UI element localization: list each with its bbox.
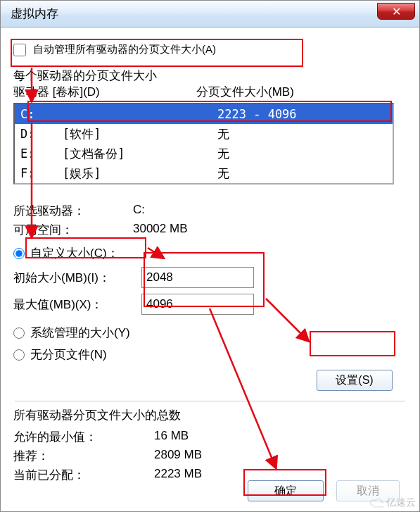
drive-label xyxy=(63,104,217,124)
min-allowed-row: 允许的最小值： 16 MB xyxy=(8,427,412,447)
drive-label: [娱乐] xyxy=(63,163,217,183)
drive-letter: D: xyxy=(20,124,63,144)
custom-size-radio[interactable] xyxy=(13,248,25,259)
set-button-area: 设置(S) xyxy=(8,366,412,391)
current-label: 当前已分配： xyxy=(13,467,154,483)
totals-heading: 所有驱动器分页文件大小的总数 xyxy=(8,407,412,423)
auto-manage-checkbox[interactable] xyxy=(13,44,26,56)
titlebar: 虚拟内存 ✕ xyxy=(1,1,419,27)
drive-row-f[interactable]: F: [娱乐] 无 xyxy=(15,163,393,183)
drive-row-c[interactable]: C: 2223 - 4096 xyxy=(15,104,393,124)
drive-section-heading: 每个驱动器的分页文件大小 xyxy=(8,68,412,84)
drive-label: [文档备份] xyxy=(63,144,217,163)
window-title: 虚拟内存 xyxy=(11,6,58,22)
min-allowed-value: 16 MB xyxy=(154,429,189,445)
no-paging-row[interactable]: 无分页文件(N) xyxy=(8,344,412,366)
free-space-label: 可用空间： xyxy=(13,222,133,238)
drive-row-d[interactable]: D: [软件] 无 xyxy=(15,124,393,144)
ok-button[interactable]: 确定 xyxy=(248,480,324,501)
initial-size-label: 初始大小(MB)(I)： xyxy=(13,270,141,286)
close-icon: ✕ xyxy=(392,5,401,18)
drive-row-e[interactable]: E: [文档备份] 无 xyxy=(15,144,393,163)
min-allowed-label: 允许的最小值： xyxy=(13,429,154,445)
drive-columns-header: 驱动器 [卷标](D) 分页文件大小(MB) xyxy=(8,84,412,100)
col-size-header: 分页文件大小(MB) xyxy=(196,84,294,100)
recommended-value: 2809 MB xyxy=(154,448,202,464)
selected-drive-value: C: xyxy=(133,203,145,219)
custom-size-row[interactable]: 自定义大小(C)： xyxy=(8,242,412,264)
close-button[interactable]: ✕ xyxy=(377,3,415,20)
system-size-label: 系统管理的大小(Y) xyxy=(30,325,130,341)
current-value: 2223 MB xyxy=(154,467,202,483)
col-drive-header: 驱动器 [卷标](D) xyxy=(13,84,196,100)
set-button[interactable]: 设置(S) xyxy=(317,370,393,391)
drive-letter: F: xyxy=(20,163,63,183)
drive-label: [软件] xyxy=(63,124,217,144)
auto-manage-row[interactable]: 自动管理所有驱动器的分页文件大小(A) xyxy=(8,35,412,65)
system-size-radio[interactable] xyxy=(13,327,25,339)
cancel-button[interactable]: 取消 xyxy=(336,480,400,501)
drive-size: 2223 - 4096 xyxy=(217,104,330,124)
no-paging-label: 无分页文件(N) xyxy=(30,346,107,363)
free-space-row: 可用空间： 30002 MB xyxy=(8,220,412,239)
custom-size-label: 自定义大小(C)： xyxy=(30,245,119,261)
recommended-row: 推荐： 2809 MB xyxy=(8,447,412,466)
drive-size: 无 xyxy=(217,144,330,163)
drive-size: 无 xyxy=(217,163,330,183)
drive-letter: C: xyxy=(20,104,63,124)
free-space-value: 30002 MB xyxy=(133,222,188,238)
recommended-label: 推荐： xyxy=(13,448,154,464)
dialog-content: 自动管理所有驱动器的分页文件大小(A) 每个驱动器的分页文件大小 驱动器 [卷标… xyxy=(1,27,419,511)
selected-drive-label: 所选驱动器： xyxy=(13,203,133,219)
drive-list[interactable]: C: 2223 - 4096 D: [软件] 无 E: [文档备份] 无 F: … xyxy=(13,103,394,185)
max-size-row: 最大值(MB)(X)： xyxy=(8,291,412,318)
max-size-input[interactable] xyxy=(141,294,254,315)
system-size-row[interactable]: 系统管理的大小(Y) xyxy=(8,322,412,344)
max-size-label: 最大值(MB)(X)： xyxy=(13,296,141,313)
auto-manage-label: 自动管理所有驱动器的分页文件大小(A) xyxy=(33,43,216,56)
initial-size-row: 初始大小(MB)(I)： xyxy=(8,264,412,291)
divider xyxy=(15,401,405,401)
selected-drive-row: 所选驱动器： C: xyxy=(8,201,412,220)
drive-size: 无 xyxy=(217,124,330,144)
virtual-memory-dialog: 虚拟内存 ✕ 自动管理所有驱动器的分页文件大小(A) 每个驱动器的分页文件大小 … xyxy=(0,0,420,512)
footer-buttons: 确定 取消 xyxy=(248,480,400,501)
initial-size-input[interactable] xyxy=(141,267,254,288)
no-paging-radio[interactable] xyxy=(13,349,25,361)
drive-letter: E: xyxy=(20,144,63,163)
